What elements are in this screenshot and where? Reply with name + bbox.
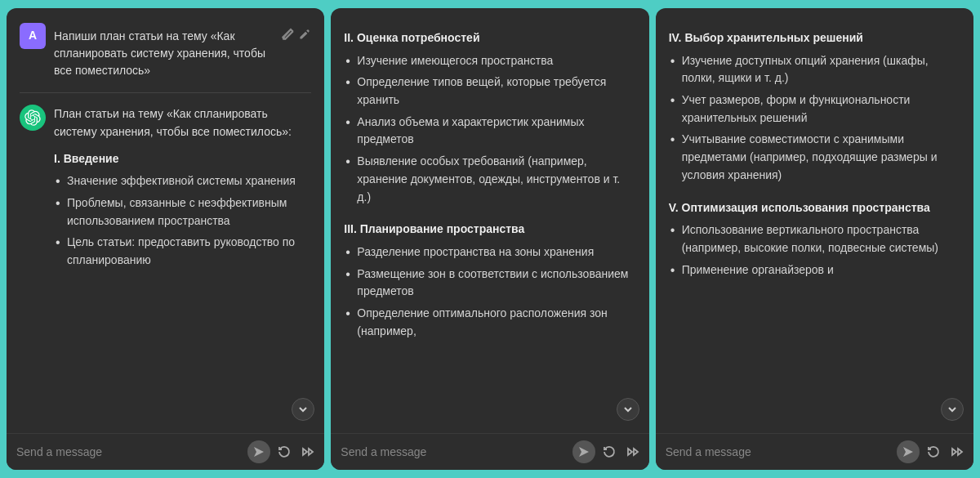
bullet-item: Учет размеров, форм и функциональности х…	[669, 92, 960, 127]
section-heading-2: II. Оценка потребностей	[344, 29, 635, 47]
bullet-list-2: Изучение имеющегося пространства Определ…	[344, 52, 635, 207]
edit-icon[interactable]	[282, 28, 311, 47]
bullet-item: Выявление особых требований (например, х…	[344, 153, 635, 206]
send-button-3[interactable]	[897, 440, 920, 463]
scroll-down-button-3[interactable]	[941, 398, 964, 421]
input-area-1	[7, 433, 324, 470]
bullet-item: Размещение зон в соответствии с использо…	[344, 266, 635, 301]
bullet-list-4: Изучение доступных опций хранения (шкафы…	[669, 52, 960, 185]
bullet-item: Разделение пространства на зоны хранения	[344, 243, 635, 261]
section-heading-1: I. Введение	[54, 150, 311, 168]
divider	[20, 92, 311, 93]
bullet-list-5: Использование вертикального пространства…	[669, 221, 960, 279]
bullet-item: Изучение имеющегося пространства	[344, 52, 635, 70]
refresh-icon-2[interactable]	[600, 443, 618, 461]
panel-1: A Напиши план статьи на тему «Как сплани…	[7, 8, 324, 470]
message-input-2[interactable]	[339, 442, 567, 462]
skip-icon-3[interactable]	[947, 443, 965, 461]
user-message-text: Напиши план статьи на тему «Как спланиро…	[54, 23, 270, 79]
skip-icon-2[interactable]	[623, 443, 641, 461]
send-button-1[interactable]	[247, 440, 270, 463]
message-input-3[interactable]	[664, 442, 892, 462]
user-avatar: A	[20, 23, 46, 49]
section-heading-4: IV. Выбор хранительных решений	[669, 29, 960, 47]
bullet-item: Определение оптимального расположения зо…	[344, 305, 635, 340]
input-area-3	[656, 433, 973, 470]
panel-1-content: A Напиши план статьи на тему «Как сплани…	[7, 8, 324, 433]
assistant-intro: План статьи на тему «Как спланировать си…	[54, 105, 311, 141]
bullet-item: Использование вертикального пространства…	[669, 221, 960, 257]
bullet-list-3: Разделение пространства на зоны хранения…	[344, 243, 635, 340]
bullet-list-1: Значение эффективной системы хранения Пр…	[54, 172, 311, 269]
scroll-down-button-2[interactable]	[617, 398, 639, 421]
bullet-item: Изучение доступных опций хранения (шкафы…	[669, 52, 960, 87]
skip-icon-1[interactable]	[298, 443, 316, 461]
bullet-item: Применение органайзеров и	[669, 261, 960, 279]
svg-rect-0	[283, 37, 285, 38]
refresh-icon-3[interactable]	[924, 443, 942, 461]
bullet-item: Цель статьи: предоставить руководство по…	[54, 234, 311, 269]
panel-2: II. Оценка потребностей Изучение имеющег…	[331, 8, 648, 470]
bullet-item: Определение типов вещей, которые требует…	[344, 74, 635, 109]
assistant-block: План статьи на тему «Как спланировать си…	[20, 105, 311, 274]
panel-3-content: IV. Выбор хранительных решений Изучение …	[656, 8, 973, 433]
panel-2-content: II. Оценка потребностей Изучение имеющег…	[331, 8, 648, 433]
refresh-icon-1[interactable]	[275, 443, 293, 461]
bullet-item: Значение эффективной системы хранения	[54, 172, 311, 190]
section-heading-3: III. Планирование пространства	[344, 221, 635, 239]
panel-3: IV. Выбор хранительных решений Изучение …	[656, 8, 973, 470]
send-button-2[interactable]	[572, 440, 595, 463]
bullet-item: Учитывание совместимости с хранимыми пре…	[669, 131, 960, 184]
bullet-item: Анализ объема и характеристик хранимых п…	[344, 114, 635, 149]
section-heading-5: V. Оптимизация использования пространств…	[669, 199, 960, 217]
message-input-1[interactable]	[15, 442, 243, 462]
bullet-item: Проблемы, связанные с неэффективным испо…	[54, 194, 311, 230]
gpt-avatar	[20, 105, 46, 131]
input-area-2	[331, 433, 648, 470]
panels-container: A Напиши план статьи на тему «Как сплани…	[0, 0, 980, 478]
assistant-text: План статьи на тему «Как спланировать си…	[54, 105, 311, 274]
user-message-block: A Напиши план статьи на тему «Как сплани…	[20, 23, 311, 79]
